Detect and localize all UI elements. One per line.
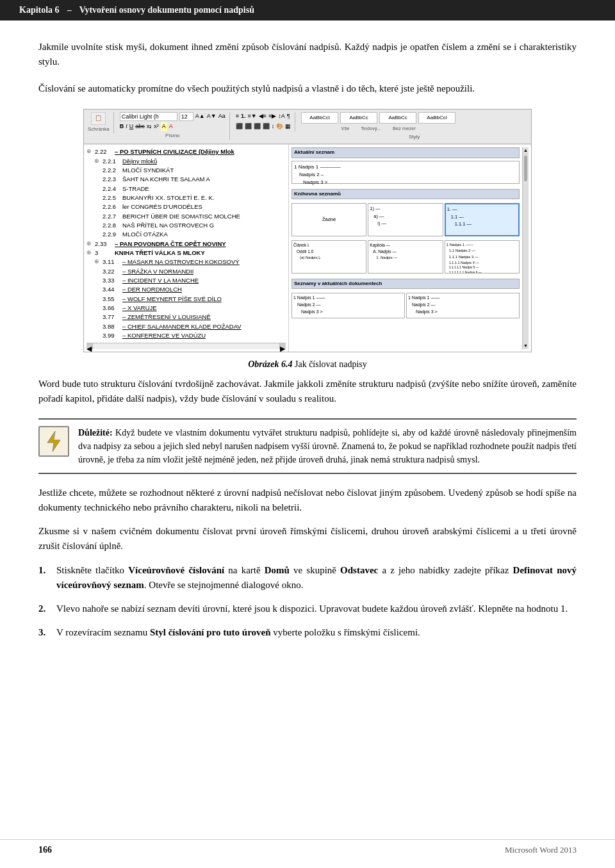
ribbon: 📋 Schránka A▲ A▼ Aa B bbox=[84, 110, 531, 144]
chapter-header: Kapitola 6 – Vytvoření osnovy dokumentu … bbox=[0, 0, 615, 20]
underline-btn[interactable]: U bbox=[129, 122, 134, 131]
list-text-1: Stiskněte tlačítko Víceúrovňové číslován… bbox=[56, 563, 577, 593]
list-library-grid: Žádné 1) — a) — i) — 1. — bbox=[291, 203, 520, 236]
multilevel-btn[interactable]: ≡▼ bbox=[247, 112, 256, 121]
subscript-btn[interactable]: x₂ bbox=[147, 122, 152, 131]
expand-icon-0[interactable]: ⊕ bbox=[86, 148, 93, 156]
style-article-section[interactable]: Článek I. Oddíl 1.0 (a) Nadpis L bbox=[291, 240, 366, 274]
line-spacing-btn[interactable]: ↕ bbox=[272, 122, 275, 131]
important-label: Důležité: bbox=[78, 428, 113, 438]
chapter-title: Vytvoření osnovy dokumentu pomocí nadpis… bbox=[79, 5, 254, 15]
font-shrink-btn[interactable]: A▼ bbox=[207, 112, 217, 121]
highlight-btn[interactable]: A bbox=[161, 122, 167, 131]
style-1-1-1[interactable]: 1. — 1.1 — 1.1.1 — bbox=[445, 203, 520, 236]
list-item-3: 3. V rozevíracím seznamu Styl číslování … bbox=[38, 625, 577, 640]
list-library-section: Knihovna seznamů bbox=[291, 189, 520, 199]
toc-item-5: 2.2.5 BUKANYŘI XX. STOLETÍ E. E. K. bbox=[86, 193, 286, 202]
decrease-indent-btn[interactable]: ◀≡ bbox=[259, 112, 266, 121]
page-content: Jakmile uvolníte stisk myši, dokument ih… bbox=[0, 20, 615, 675]
list-text-2: Vlevo nahoře se nabízí seznam devíti úro… bbox=[56, 602, 577, 616]
bold-btn[interactable]: B bbox=[120, 122, 124, 131]
list-item-1: 1. Stiskněte tlačítko Víceúrovňové číslo… bbox=[38, 563, 577, 593]
scroll-right-btn[interactable]: ▶ bbox=[279, 343, 286, 349]
font-grow-btn[interactable]: A▲ bbox=[195, 112, 205, 121]
caption-label: Obrázek 6.4 bbox=[248, 359, 292, 369]
current-doc-section: Seznamy v aktuálních dokumentech bbox=[291, 279, 520, 289]
important-icon bbox=[38, 426, 69, 457]
style-multilevel-right[interactable]: 1 Nadpis 1 —— 1.1 Nadpis 2 — 1.1.1 Nadpi… bbox=[445, 240, 520, 274]
toc-item-10: ⊕ 2.33 – PAN POVONDRA ČTE OPĚT NOVINY bbox=[86, 240, 286, 249]
header-separator: – bbox=[67, 5, 72, 15]
borders-btn[interactable]: ▦ bbox=[285, 122, 291, 131]
style-1ai[interactable]: 1) — a) — i) — bbox=[368, 203, 443, 236]
current-list-section: Aktuální seznam bbox=[291, 147, 520, 158]
toc-item-18: 3.77 – ZEMĚTŘESENÍ V LOUISIANĚ bbox=[86, 313, 286, 322]
align-justify-btn[interactable]: ⬛ bbox=[263, 122, 270, 131]
font-name-input[interactable] bbox=[120, 112, 177, 121]
scroll-down-btn[interactable]: ▼ bbox=[523, 343, 529, 350]
toc-item-6: 2.2.6 ler CONGRÉS D'URODÉLES bbox=[86, 202, 286, 211]
style-aabbcci[interactable]: AaBbCcI bbox=[301, 112, 338, 124]
svg-marker-0 bbox=[47, 431, 60, 452]
scroll-left-btn[interactable]: ◀ bbox=[86, 343, 93, 349]
toc-item-20: 3.99 – KONFERENCE VE VADÚZU bbox=[86, 331, 286, 340]
app-name: Microsoft Word 2013 bbox=[505, 845, 577, 855]
strikethrough-btn[interactable]: abc bbox=[135, 122, 145, 131]
current-list-preview[interactable]: 1 Nadpis 1 ———— Nadpis 2 – Nadpis 3 > bbox=[291, 161, 520, 184]
styles-group-label: Styly bbox=[301, 133, 527, 141]
paste-button[interactable]: 📋 bbox=[91, 112, 106, 125]
list-text-3: V rozevíracím seznamu Styl číslování pro… bbox=[56, 625, 577, 640]
toc-item-1: ⊕ 2.2.1 Dějiny mloků bbox=[86, 157, 286, 166]
italic-btn[interactable]: I bbox=[126, 122, 127, 131]
list-num-3: 3. bbox=[38, 625, 50, 640]
style-kapitola[interactable]: Kapitola — A. Nadpis — 1. Nadpis — bbox=[368, 240, 443, 274]
doc-body: ⊕ 2.22 – PO STUPNÍCH CIVILIZACE (Dějiny … bbox=[84, 144, 531, 352]
body-para-2: Jestliže chcete, můžete se rozhodnout ně… bbox=[38, 486, 577, 516]
styles-scrollbar[interactable]: ▲ ▼ bbox=[522, 147, 529, 349]
toc-item-9: 2.2.9 MLOČÍ OTÁZKA bbox=[86, 230, 286, 239]
style-aabbcci2[interactable]: AaBbCcI bbox=[418, 112, 455, 124]
align-center-btn[interactable]: ⬛ bbox=[245, 122, 252, 131]
figure-caption: Obrázek 6.4 Jak číslovat nadpisy bbox=[248, 357, 367, 372]
toc-item-4: 2.2.4 S-TRADE bbox=[86, 184, 286, 193]
style-label-textovy: Textový... bbox=[361, 125, 381, 133]
current-doc-style-1[interactable]: 1 Nadpis 1 —— Nadpis 2 — Nadpis 3 > bbox=[291, 293, 405, 318]
bullets-btn[interactable]: ≡ bbox=[236, 112, 239, 121]
superscript-btn[interactable]: x² bbox=[154, 122, 159, 131]
intro-para-2: Číslování se automaticky promítne do vše… bbox=[38, 81, 577, 96]
style-aabbcc2[interactable]: AaBbCc bbox=[379, 112, 416, 124]
intro-para-1: Jakmile uvolníte stisk myši, dokument ih… bbox=[38, 40, 577, 70]
show-marks-btn[interactable]: ¶ bbox=[287, 112, 290, 121]
body-para-1: Word bude tuto strukturu číslování tvrdo… bbox=[38, 377, 577, 407]
expand-icon-1[interactable]: ⊕ bbox=[94, 158, 101, 165]
current-doc-style-2[interactable]: 1 Nadpis 1 —— Nadpis 2 — Nadpis 3 > bbox=[406, 293, 520, 318]
font-color-btn[interactable]: A bbox=[169, 122, 173, 131]
none-style[interactable]: Žádné bbox=[291, 203, 366, 236]
body-para-3: Zkusme si v našem cvičném dokumentu čísl… bbox=[38, 524, 577, 554]
scroll-up-btn[interactable]: ▲ bbox=[523, 147, 529, 154]
increase-indent-btn[interactable]: ≡▶ bbox=[268, 112, 276, 121]
toc-item-11: ⊕ 3 KNIHA TŘETÍ VÁLKA S MLOKY bbox=[86, 249, 286, 258]
numbering-btn[interactable]: 1. bbox=[241, 112, 246, 121]
align-right-btn[interactable]: ⬛ bbox=[254, 122, 261, 131]
important-box: Důležité: Když budete ve vlastním dokume… bbox=[38, 418, 577, 474]
align-left-btn[interactable]: ⬛ bbox=[236, 122, 243, 131]
toc-item-8: 2.2.8 NAŠ PŘÍTEL NA OSTROVECH G bbox=[86, 221, 286, 230]
style-aabbcc1[interactable]: AaBbCc bbox=[340, 112, 377, 124]
font-size-input[interactable] bbox=[179, 112, 193, 121]
shading-btn[interactable]: 🎨 bbox=[276, 122, 283, 131]
list-num-2: 2. bbox=[38, 602, 50, 616]
toc-item-14: 3.33 – INCIDENT V LA MANCHE bbox=[86, 276, 286, 285]
pismo-label: Písmo bbox=[120, 132, 226, 140]
toc-item-0: ⊕ 2.22 – PO STUPNÍCH CIVILIZACE (Dějiny … bbox=[86, 147, 286, 156]
sort-btn[interactable]: ↕A bbox=[278, 112, 285, 121]
figure-container: 📋 Schránka A▲ A▼ Aa B bbox=[38, 109, 577, 372]
clear-format-btn[interactable]: Aa bbox=[218, 112, 226, 121]
list-num-1: 1. bbox=[38, 563, 50, 578]
toc-panel: ⊕ 2.22 – PO STUPNÍCH CIVILIZACE (Dějiny … bbox=[84, 145, 289, 352]
toc-item-2: 2.2.2 MLOČÍ SYNDIKÁT bbox=[86, 166, 286, 175]
list-item-2: 2. Vlevo nahoře se nabízí seznam devíti … bbox=[38, 602, 577, 616]
caption-text: Jak číslovat nadpisy bbox=[292, 359, 366, 369]
list-library-grid-2: Článek I. Oddíl 1.0 (a) Nadpis L Kapitol… bbox=[291, 240, 520, 274]
page-footer: 166 Microsoft Word 2013 bbox=[0, 839, 615, 855]
